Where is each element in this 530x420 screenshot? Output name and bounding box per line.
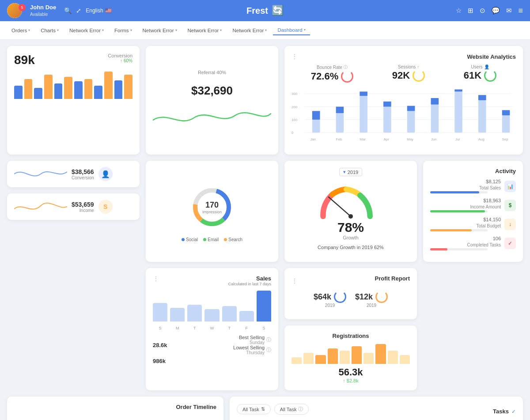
activity-item-budget: $14,150 Total Budget ↓ xyxy=(430,217,516,231)
conversion-wave-icon: 👤 xyxy=(98,167,113,181)
navigation: Orders ▾ Charts ▾ Network Error ▾ Forms … xyxy=(0,21,530,40)
growth-card: ▾ 2019 78% Growth Compa xyxy=(284,161,417,262)
users-label: Users 👤 xyxy=(464,64,496,69)
activity-income-label: Income Amount xyxy=(430,204,501,209)
sales-week-bars xyxy=(153,291,271,322)
sales-total: 28.6k xyxy=(153,342,167,348)
app-name: Frest xyxy=(246,6,268,16)
lowest-selling: Lowest Selling Thursday ⓘ xyxy=(233,345,271,355)
profit-item-2: $12k 2019 xyxy=(355,291,388,308)
svg-text:Sep: Sep xyxy=(502,137,509,141)
profit-amount-1: $64k xyxy=(314,292,331,302)
activity-item-income: $18,963 Income Amount $ xyxy=(430,198,516,212)
nav-item-charts[interactable]: Charts ▾ xyxy=(36,26,63,35)
conversion-wave-card: $38,566 Conversion 👤 xyxy=(7,161,140,187)
registrations-number: 56.3k xyxy=(292,367,410,378)
filter-all-task-2[interactable]: All Task ⓘ xyxy=(274,404,309,415)
header-left: 5 John Doe Available 🔍 ⤢ English 🇺🇸 xyxy=(7,3,112,18)
sales-subtitle: Calculated in last 7 days xyxy=(228,282,271,286)
sales-card: ⋮ Sales Calculated in last 7 days S M T xyxy=(146,268,278,390)
svg-text:Mar: Mar xyxy=(360,137,366,141)
impression-label: Impression xyxy=(202,210,222,214)
registrations-change: ↑ $2.8k xyxy=(292,378,410,383)
search-icon[interactable]: 🔍 xyxy=(64,7,72,14)
svg-rect-17 xyxy=(407,106,415,111)
website-analytics-card: ⋮ Website Analytics Bounce Rate ⓘ 72.6% xyxy=(284,46,523,155)
conversion-mini-wave xyxy=(14,165,67,183)
header-actions: ☆ ⊞ ⊙ 💬 ✉ ≡ xyxy=(456,6,523,15)
legend-search: Search xyxy=(228,237,242,242)
svg-text:Aug: Aug xyxy=(478,137,485,141)
registrations-bars xyxy=(292,342,410,364)
sessions-metric: Sessions ↑ 92K xyxy=(392,64,425,83)
sessions-label: Sessions ↑ xyxy=(392,64,425,69)
activity-title: Activity xyxy=(430,168,516,174)
svg-point-40 xyxy=(348,214,353,219)
chat-icon[interactable]: 💬 xyxy=(492,7,500,15)
profit-menu[interactable]: ⋮ xyxy=(292,277,298,284)
profit-reg-col: ⋮ Profit Report $64k 2019 $12k xyxy=(284,268,417,390)
grid-icon[interactable]: ⊞ xyxy=(468,7,473,15)
growth-description: Company Growth in 2019 62% xyxy=(292,245,410,250)
svg-rect-23 xyxy=(478,95,486,100)
growth-label: Growth xyxy=(343,235,358,240)
svg-rect-15 xyxy=(383,102,391,107)
income-wave-icon: S xyxy=(98,200,113,214)
income-wave-card: $53,659 Income S xyxy=(7,193,140,220)
filter-all-task-1[interactable]: All Task ⇅ xyxy=(237,404,271,414)
growth-year-label: 2019 xyxy=(348,170,358,175)
mail-icon[interactable]: ✉ xyxy=(506,7,512,15)
budget-icon: ↓ xyxy=(504,219,516,230)
svg-rect-10 xyxy=(336,113,344,132)
conversion-wave-info: $38,566 Conversion xyxy=(72,168,94,180)
user-name: John Doe xyxy=(30,4,56,11)
growth-year-selector[interactable]: ▾ 2019 xyxy=(339,168,362,176)
nav-item-network2[interactable]: Network Error ▾ xyxy=(138,26,182,35)
analytics-bar-chart: 300 200 100 0 xyxy=(292,89,516,146)
nav-item-network3[interactable]: Network Error ▾ xyxy=(183,26,227,35)
activity-budget-amount: $14,150 xyxy=(430,217,501,222)
impression-center: 170 Impression xyxy=(202,201,222,214)
activity-tasks-label: Completed Tasks xyxy=(430,242,501,247)
svg-rect-20 xyxy=(454,91,462,132)
svg-text:100: 100 xyxy=(292,118,298,122)
bounce-rate-label: Bounce Rate ⓘ xyxy=(311,64,353,70)
referral-label: Referral 40% xyxy=(198,70,226,75)
impression-card: 170 Impression Social Email Search xyxy=(146,161,278,262)
activity-item-tasks: 106 Completed Tasks ✓ xyxy=(430,236,516,250)
registrations-title: Registrations xyxy=(292,333,410,339)
nav-item-dashboard[interactable]: Dashboard ▾ xyxy=(273,26,310,35)
conversion-wave-amount: $38,566 xyxy=(72,168,94,175)
svg-rect-16 xyxy=(407,111,415,132)
tasks-filter-bar: All Task ⇅ All Task ⓘ xyxy=(237,404,309,415)
nav-item-forms[interactable]: Forms ▾ xyxy=(110,26,136,35)
nav-item-orders[interactable]: Orders ▾ xyxy=(7,26,34,35)
income-mini-wave xyxy=(14,198,67,216)
sessions-trend-icon: ↑ xyxy=(417,64,419,69)
conversion-pct: ↑ 60% xyxy=(108,58,132,63)
analytics-menu[interactable]: ⋮ xyxy=(292,53,298,60)
notification-badge[interactable]: 5 xyxy=(19,4,26,11)
sales-menu[interactable]: ⋮ xyxy=(153,275,159,286)
svg-text:Jan: Jan xyxy=(310,137,316,141)
check-circle-icon[interactable]: ⊙ xyxy=(480,7,485,15)
conversion-card: 89k Conversion ↑ 60% xyxy=(7,46,140,155)
user-status: Available xyxy=(30,11,56,17)
expand-icon[interactable]: ⤢ xyxy=(76,7,81,14)
legend-email: Email xyxy=(208,237,219,242)
nav-item-network1[interactable]: Network Error ▾ xyxy=(65,26,108,35)
nav-item-network4[interactable]: Network Error ▾ xyxy=(228,26,271,35)
legend-social: Social xyxy=(186,237,198,242)
users-metric: Users 👤 61K xyxy=(464,64,496,83)
growth-semicircle: 78% Growth xyxy=(292,182,410,240)
menu-icon[interactable]: ≡ xyxy=(518,6,523,15)
svg-rect-21 xyxy=(454,90,462,92)
conversion-wave-label: Conversion xyxy=(72,175,94,180)
star-icon[interactable]: ☆ xyxy=(456,7,462,15)
svg-rect-9 xyxy=(312,111,320,120)
activity-budget-label: Total Budget xyxy=(430,223,501,228)
sales-low: 986k xyxy=(153,358,271,364)
profit-item-1: $64k 2019 xyxy=(314,291,346,308)
language-selector[interactable]: English 🇺🇸 xyxy=(86,8,111,14)
profit-title: Profit Report xyxy=(375,275,410,282)
